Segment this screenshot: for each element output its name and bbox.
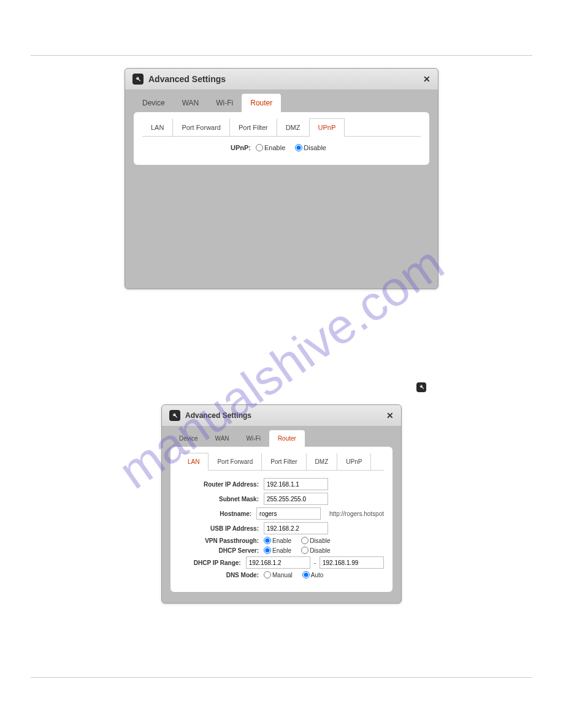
dns-manual-label: Manual	[272, 572, 293, 578]
dhcp-server-label: DHCP Server:	[179, 547, 264, 554]
subtab-port-forward[interactable]: Port Forward	[209, 453, 262, 470]
window-title: Advanced Settings	[148, 74, 226, 84]
tab-wifi[interactable]: Wi-Fi	[207, 94, 242, 112]
hostname-suffix: http://rogers.hotspot	[329, 510, 384, 517]
subnet-label: Subnet Mask:	[179, 496, 264, 502]
subtab-dmz[interactable]: DMZ	[307, 453, 338, 470]
dhcp-range-from-input[interactable]	[246, 556, 310, 569]
subnet-row: Subnet Mask:	[179, 493, 384, 505]
dhcp-enable-radio[interactable]	[264, 547, 271, 554]
vpn-enable-label: Enable	[272, 537, 291, 544]
subnet-input[interactable]	[264, 493, 328, 505]
router-panel: LAN Port Forward Port Filter DMZ UPnP Ro…	[170, 447, 393, 592]
window-title: Advanced Settings	[185, 411, 251, 420]
vpn-disable-label: Disable	[310, 537, 330, 544]
subtab-port-filter[interactable]: Port Filter	[262, 453, 306, 470]
dhcp-range-to-input[interactable]	[320, 556, 384, 569]
advanced-settings-window-lan: Advanced Settings ✕ Device WAN Wi-Fi Rou…	[161, 404, 402, 604]
router-ip-input[interactable]	[264, 478, 328, 490]
dns-auto-radio[interactable]	[302, 571, 310, 578]
usb-ip-label: USB IP Address:	[179, 525, 264, 532]
tab-wan[interactable]: WAN	[207, 430, 238, 447]
advanced-settings-window-upnp: Advanced Settings ✕ Device WAN Wi-Fi Rou…	[124, 68, 439, 289]
vpn-label: VPN Passthrough:	[179, 537, 264, 544]
page-separator	[31, 677, 532, 678]
dhcp-disable-label: Disable	[310, 547, 330, 554]
upnp-label: UPnP:	[231, 144, 256, 151]
close-icon[interactable]: ✕	[423, 74, 431, 84]
wrench-icon	[169, 410, 180, 421]
subtab-lan[interactable]: LAN	[179, 453, 209, 471]
tab-wan[interactable]: WAN	[174, 94, 208, 112]
router-subtabs: LAN Port Forward Port Filter DMZ UPnP	[179, 453, 384, 471]
usb-ip-input[interactable]	[264, 522, 328, 534]
subtab-upnp[interactable]: UPnP	[310, 118, 345, 137]
subtab-lan[interactable]: LAN	[142, 118, 173, 136]
window-titlebar: Advanced Settings ✕	[125, 69, 438, 90]
wrench-icon	[416, 382, 426, 392]
hostname-label: Hostname:	[179, 510, 256, 517]
dns-mode-row: DNS Mode: Manual Auto	[179, 571, 384, 578]
tab-device[interactable]: Device	[170, 430, 207, 447]
dhcp-enable-label: Enable	[272, 547, 291, 554]
close-icon[interactable]: ✕	[386, 411, 394, 420]
subtab-upnp[interactable]: UPnP	[337, 453, 371, 470]
dns-mode-label: DNS Mode:	[179, 572, 264, 578]
tab-router[interactable]: Router	[269, 430, 305, 447]
upnp-enable-radio[interactable]	[256, 144, 263, 151]
dns-manual-radio[interactable]	[264, 571, 271, 578]
vpn-row: VPN Passthrough: Enable Disable	[179, 537, 384, 544]
router-panel: LAN Port Forward Port Filter DMZ UPnP UP…	[134, 112, 429, 165]
primary-tabs: Device WAN Wi-Fi Router	[134, 94, 429, 112]
dns-auto-label: Auto	[311, 572, 324, 578]
vpn-disable-radio[interactable]	[301, 537, 308, 544]
subtab-dmz[interactable]: DMZ	[277, 118, 310, 136]
router-ip-label: Router IP Address:	[179, 481, 264, 488]
dhcp-range-label: DHCP IP Range:	[179, 559, 246, 566]
hostname-row: Hostname: http://rogers.hotspot	[179, 507, 384, 520]
subtab-port-filter[interactable]: Port Filter	[230, 118, 277, 136]
tab-router[interactable]: Router	[242, 94, 281, 112]
upnp-enable-label: Enable	[264, 144, 285, 151]
window-titlebar: Advanced Settings ✕	[162, 405, 401, 427]
dhcp-disable-radio[interactable]	[301, 547, 308, 554]
dhcp-server-row: DHCP Server: Enable Disable	[179, 547, 384, 554]
tab-device[interactable]: Device	[134, 94, 174, 112]
upnp-disable-label: Disable	[304, 144, 326, 151]
primary-tabs: Device WAN Wi-Fi Router	[170, 430, 393, 447]
subtab-port-forward[interactable]: Port Forward	[173, 118, 230, 136]
usb-ip-row: USB IP Address:	[179, 522, 384, 534]
router-subtabs: LAN Port Forward Port Filter DMZ UPnP	[142, 118, 421, 137]
upnp-row: UPnP: Enable Disable	[142, 144, 421, 151]
upnp-disable-radio[interactable]	[295, 144, 302, 151]
vpn-enable-radio[interactable]	[264, 537, 271, 544]
router-ip-row: Router IP Address:	[179, 478, 384, 490]
dhcp-range-sep: -	[314, 559, 316, 566]
hostname-input[interactable]	[256, 507, 321, 520]
wrench-icon	[132, 74, 144, 85]
page-separator	[31, 55, 532, 56]
dhcp-range-row: DHCP IP Range: -	[179, 556, 384, 569]
tab-wifi[interactable]: Wi-Fi	[238, 430, 269, 447]
